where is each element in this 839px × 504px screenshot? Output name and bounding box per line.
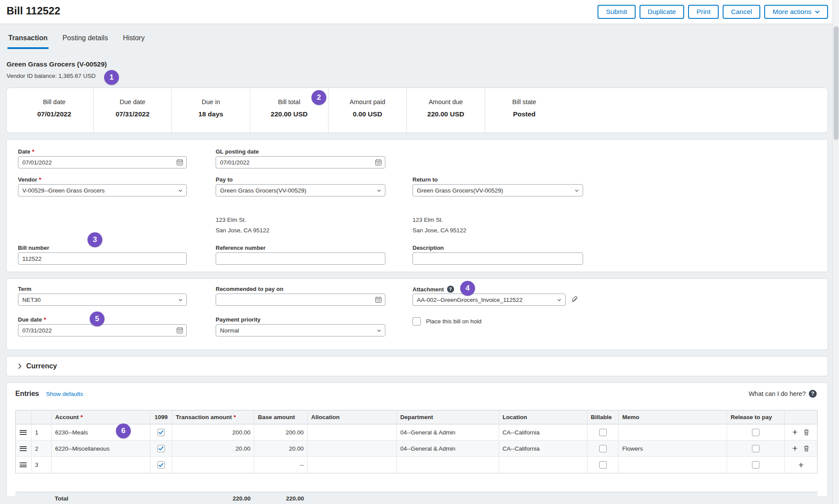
memo-cell[interactable] bbox=[619, 424, 727, 440]
help-icon[interactable]: ? bbox=[809, 390, 817, 398]
help-icon[interactable]: ? bbox=[447, 286, 454, 293]
add-row-icon[interactable]: + bbox=[792, 444, 797, 452]
pay-to-select[interactable]: Green Grass Grocers(VV-00529) bbox=[216, 184, 385, 196]
what-can-i-do-here-text: What can I do here? bbox=[748, 390, 806, 397]
1099-checkbox[interactable] bbox=[157, 429, 165, 436]
tab-transaction[interactable]: Transaction bbox=[7, 34, 49, 49]
payment-priority-select[interactable]: Normal bbox=[216, 324, 385, 336]
transaction-amount-column-header: Transaction amount* bbox=[172, 410, 255, 424]
billable-checkbox-cell bbox=[587, 457, 619, 473]
pay-to-address-line2: San Jose, CA 95122 bbox=[216, 227, 269, 234]
page-scrollbar[interactable] bbox=[832, 0, 839, 504]
add-row-icon[interactable]: + bbox=[792, 428, 797, 436]
return-to-select[interactable]: Green Grass Grocers(VV-00529) bbox=[413, 184, 583, 196]
tab-history[interactable]: History bbox=[122, 34, 146, 49]
transaction-amount-cell[interactable] bbox=[172, 457, 255, 473]
allocation-cell[interactable] bbox=[308, 457, 397, 473]
scrollbar-thumb[interactable] bbox=[834, 26, 839, 140]
transaction-amount-cell[interactable]: 20.00 bbox=[172, 441, 255, 456]
callout-badge-4: 4 bbox=[460, 281, 475, 296]
account-cell[interactable]: 6230--Meals bbox=[52, 424, 150, 440]
top-header-bar: Bill 112522 Submit Duplicate Print Cance… bbox=[0, 0, 839, 24]
department-cell[interactable]: 04--General & Admin bbox=[397, 424, 499, 440]
required-asterisk: * bbox=[32, 148, 34, 155]
reference-number-input[interactable] bbox=[216, 252, 385, 265]
billable-checkbox[interactable] bbox=[599, 429, 607, 436]
billable-checkbox-cell bbox=[587, 424, 619, 440]
tab-bar: Transaction Posting details History bbox=[7, 34, 146, 49]
table-row: 2 6220--Miscellaneous 20.00 20.00 04--Ge… bbox=[16, 441, 817, 457]
required-asterisk: * bbox=[39, 176, 41, 183]
term-select[interactable]: NET30 bbox=[18, 294, 187, 306]
attachment-select[interactable]: AA-002--GreenGrocers_Invoice_112522 bbox=[413, 294, 566, 306]
vendor-label: Vendor* bbox=[18, 176, 41, 183]
cancel-button[interactable]: Cancel bbox=[723, 5, 760, 19]
return-to-label: Return to bbox=[413, 176, 438, 183]
print-button[interactable]: Print bbox=[688, 5, 719, 19]
gl-posting-date-input[interactable] bbox=[216, 156, 385, 168]
duplicate-button[interactable]: Duplicate bbox=[640, 5, 685, 19]
drag-handle-icon[interactable] bbox=[16, 424, 31, 440]
billable-checkbox[interactable] bbox=[599, 445, 607, 452]
total-base-amount: 220.00 bbox=[254, 492, 308, 504]
date-input[interactable] bbox=[18, 156, 187, 168]
location-cell[interactable]: CA--California bbox=[499, 424, 587, 440]
1099-checkbox[interactable] bbox=[157, 461, 165, 469]
entries-card: Entries Show defaults What can I do here… bbox=[6, 382, 828, 497]
chevron-down-icon bbox=[377, 329, 381, 332]
1099-column-header: 1099 bbox=[150, 410, 172, 424]
recommended-to-pay-on-input[interactable] bbox=[216, 294, 385, 306]
bill-summary-bar: Bill date 07/01/2022 Due date 07/31/2022… bbox=[6, 88, 828, 133]
gl-posting-date-label: GL posting date bbox=[216, 148, 259, 155]
release-to-pay-checkbox[interactable] bbox=[752, 429, 759, 436]
location-cell[interactable]: CA--California bbox=[499, 441, 587, 456]
release-to-pay-column-header: Release to pay bbox=[727, 410, 785, 424]
total-transaction-amount: 220.00 bbox=[172, 492, 254, 504]
submit-button[interactable]: Submit bbox=[598, 5, 635, 19]
drag-handle-icon[interactable] bbox=[16, 441, 31, 456]
release-to-pay-checkbox[interactable] bbox=[752, 445, 759, 452]
description-input[interactable] bbox=[413, 252, 583, 265]
1099-checkbox[interactable] bbox=[157, 445, 165, 452]
billable-checkbox[interactable] bbox=[599, 461, 607, 469]
paperclip-icon[interactable] bbox=[570, 295, 579, 304]
drag-column-header bbox=[16, 410, 31, 424]
due-date-input[interactable] bbox=[18, 324, 187, 336]
base-amount-cell: 20.00 bbox=[254, 441, 308, 456]
add-row-icon[interactable]: + bbox=[798, 461, 804, 469]
billable-checkbox-cell bbox=[587, 441, 619, 456]
drag-handle-icon[interactable] bbox=[16, 457, 31, 473]
memo-cell[interactable]: Flowers bbox=[619, 441, 727, 456]
place-on-hold-checkbox[interactable] bbox=[413, 317, 421, 326]
delete-row-icon[interactable] bbox=[803, 445, 810, 452]
return-to-address-line1: 123 Elm St. bbox=[413, 217, 443, 223]
chevron-down-icon bbox=[815, 10, 820, 14]
bill-number-input[interactable] bbox=[18, 252, 187, 265]
account-cell[interactable]: 6220--Miscellaneous bbox=[52, 441, 150, 456]
allocation-cell[interactable] bbox=[308, 441, 397, 456]
release-to-pay-checkbox-cell bbox=[727, 424, 785, 440]
show-defaults-link[interactable]: Show defaults bbox=[46, 391, 83, 397]
currency-section-title: Currency bbox=[26, 362, 57, 370]
base-amount-cell: -- bbox=[254, 457, 308, 473]
allocation-cell[interactable] bbox=[308, 424, 397, 440]
location-cell[interactable] bbox=[499, 457, 587, 473]
chevron-down-icon bbox=[178, 299, 182, 301]
entries-table: Account* 1099 Transaction amount* Base a… bbox=[15, 410, 818, 473]
row-number: 1 bbox=[31, 424, 52, 440]
department-cell[interactable]: 04--General & Admin bbox=[397, 441, 499, 456]
department-cell[interactable] bbox=[397, 457, 499, 473]
release-to-pay-checkbox[interactable] bbox=[752, 461, 759, 469]
transaction-amount-cell[interactable]: 200.00 bbox=[172, 424, 255, 440]
required-asterisk: * bbox=[80, 414, 83, 420]
vendor-select[interactable]: V-00529--Green Grass Grocers bbox=[18, 184, 187, 196]
tab-posting-details[interactable]: Posting details bbox=[62, 34, 109, 49]
billable-column-header: Billable bbox=[587, 410, 619, 424]
account-cell[interactable] bbox=[52, 457, 150, 473]
pay-to-label: Pay to bbox=[216, 176, 233, 183]
entries-title: Entries bbox=[15, 390, 39, 398]
memo-cell[interactable] bbox=[619, 457, 727, 473]
delete-row-icon[interactable] bbox=[803, 429, 810, 436]
more-actions-button[interactable]: More actions bbox=[764, 5, 828, 19]
currency-section-card[interactable]: Currency bbox=[6, 356, 828, 376]
